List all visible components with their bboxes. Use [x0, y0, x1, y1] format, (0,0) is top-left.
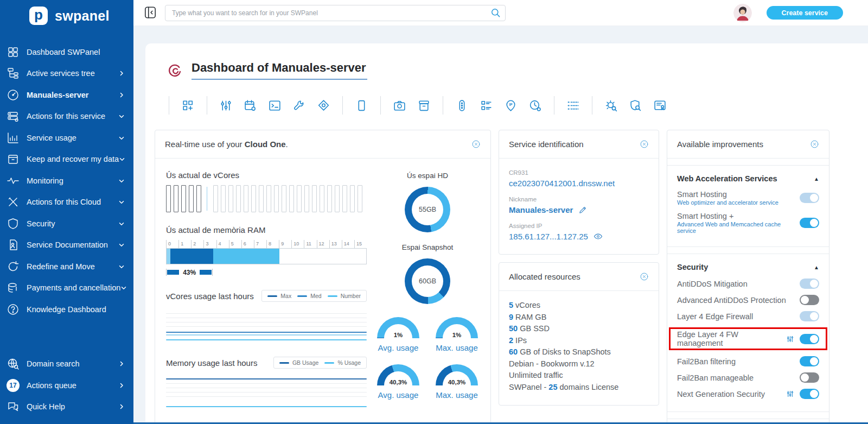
toolbar-bug-search-icon[interactable]: [604, 99, 618, 112]
toggle-layer-4-edge-firewall[interactable]: [800, 311, 819, 321]
server-icon: [455, 99, 469, 112]
search-input[interactable]: [165, 5, 506, 21]
toolbar-tag-gear-icon[interactable]: [317, 99, 330, 112]
question-icon: [7, 303, 20, 316]
toolbar-archive-icon[interactable]: [417, 99, 431, 112]
user-avatar[interactable]: [733, 4, 752, 22]
vcore-bar-used: [196, 185, 201, 212]
toggle-edge-layer-4-fw-management[interactable]: [800, 334, 819, 344]
sidebar-collapse-button[interactable]: [143, 5, 158, 20]
toolbar-grid-plus-icon[interactable]: [181, 99, 195, 112]
sliders-icon: [786, 335, 794, 343]
sidebar-item-dashboard-swpanel[interactable]: Dashboard SWPanel: [0, 41, 133, 63]
toolbar-list-icon[interactable]: [566, 99, 580, 112]
close-icon[interactable]: [471, 140, 481, 149]
sidebar-item-label: Actions for this Cloud: [27, 198, 118, 206]
refresh-icon: [7, 260, 20, 273]
sidebar-item-domain-search[interactable]: Domain search: [0, 353, 133, 375]
toolbar-license-icon[interactable]: [653, 99, 667, 112]
sidebar-item-manuales-server[interactable]: Manuales-server: [0, 84, 133, 106]
sidebar-item-payments-and-cancellation[interactable]: Payments and cancellation: [0, 277, 133, 299]
vcore-bar-free: [327, 185, 332, 212]
vcore-bar-free: [289, 185, 294, 212]
vcore-bar-free: [282, 185, 286, 212]
toolbar-sliders-icon[interactable]: [219, 99, 233, 112]
sidebar-item-label: Payments and cancellation: [27, 283, 120, 292]
vcore-bar-free: [236, 185, 241, 212]
field-value-cr931[interactable]: ce2023070412001.dnssw.net: [509, 179, 649, 188]
ram-ruler-tick: 14: [342, 240, 354, 248]
sidebar-item-knowledge-dashboard[interactable]: Knowledge Dashboard: [0, 299, 133, 320]
sidebar-item-quick-help[interactable]: Quick Help: [0, 396, 133, 418]
legend-item: Number: [328, 293, 361, 299]
toolbar-terminal-icon[interactable]: [268, 99, 282, 112]
field-value-nickname[interactable]: Manuales-server: [509, 205, 649, 214]
section-header-security[interactable]: Security▲: [677, 263, 819, 271]
toolbar-divider: [207, 96, 207, 115]
available-improvements-title: Available improvements: [677, 140, 763, 149]
chevron-down-icon: [118, 178, 125, 184]
toggle-antiddos-mitigation[interactable]: [800, 279, 819, 289]
close-icon[interactable]: [640, 140, 649, 149]
chevron-right-icon: [118, 382, 125, 389]
create-service-button[interactable]: Create service: [767, 6, 843, 20]
sidebar-item-label: Service Documentation: [27, 241, 118, 249]
panels-row: Real-time use of your Cloud One. Ús actu…: [155, 130, 828, 424]
sidebar-item-service-usage[interactable]: Service usage: [0, 127, 133, 149]
sidebar-item-active-services-tree[interactable]: Active services tree: [0, 63, 133, 85]
sidebar-item-monitoring[interactable]: Monitoring: [0, 170, 133, 192]
toolbar-ip-pin-icon[interactable]: IP: [504, 99, 518, 112]
pulse-icon: [7, 174, 20, 187]
field-value-assigned-ip[interactable]: 185.61.127...1.127.25: [509, 232, 649, 241]
toggle-smart-hosting[interactable]: [800, 193, 819, 203]
close-icon[interactable]: [810, 140, 819, 149]
sidebar-item-redefine-and-move[interactable]: Redefine and Move: [0, 256, 133, 277]
search-button[interactable]: [490, 8, 501, 20]
toolbar-divider: [554, 96, 554, 115]
legend-swatch: [279, 362, 289, 364]
toggle-fail2ban-manageable[interactable]: [800, 372, 819, 383]
close-icon[interactable]: [640, 272, 649, 281]
vcore-bar-used: [189, 185, 194, 212]
sidebar-item-label: Keep and recover my data: [27, 155, 119, 163]
toggle-smart-hosting[interactable]: [800, 218, 819, 228]
resource-row: 2 IPs: [509, 335, 649, 347]
collapse-arrow-icon: ▲: [814, 264, 819, 270]
improvements-section-web-acceleration-services: Web Acceleration Services▲Smart HostingW…: [667, 165, 829, 247]
sidebar-item-service-documentation[interactable]: Service Documentation: [0, 235, 133, 256]
eye-icon[interactable]: [593, 232, 603, 241]
sidebar-item-label: Dashboard SWPanel: [27, 48, 125, 56]
section-header-web-acceleration-services[interactable]: Web Acceleration Services▲: [677, 174, 819, 183]
configure-sliders-icon[interactable]: [786, 390, 794, 398]
terminal-icon: [268, 99, 282, 112]
ram-ruler-tick: 8: [266, 240, 279, 248]
toggle-next-generation-security[interactable]: [800, 389, 819, 399]
toggle-fail2ban-filtering[interactable]: [800, 356, 819, 366]
improvement-label: Next Generation Security: [677, 390, 786, 398]
configure-sliders-icon[interactable]: [786, 335, 794, 343]
chevron-right-icon: [118, 403, 125, 410]
vcore-bar-free: [266, 185, 271, 212]
sidebar-item-actions-for-this-service[interactable]: Actions for this service: [0, 106, 133, 128]
sidebar-item-actions-queue[interactable]: 17Actions queue: [0, 375, 133, 396]
improvement-label: AntiDDoS Mitigation: [677, 280, 800, 288]
ram-ruler-tick: 7: [254, 240, 266, 248]
toolbar-clock-gear-icon[interactable]: [528, 99, 542, 112]
sidebar-item-actions-for-this-cloud[interactable]: Actions for this Cloud: [0, 192, 133, 213]
toolbar-camera-icon[interactable]: [393, 99, 406, 112]
camera-icon: [393, 99, 406, 112]
toolbar-checklist-icon[interactable]: [480, 99, 493, 112]
toolbar-wrench-icon[interactable]: [292, 99, 306, 112]
donut-s-espai-hd: Ús espai HD55GB: [405, 172, 450, 232]
donut-label: Espai Snapshot: [402, 243, 454, 251]
sidebar-item-keep-and-recover-my-data[interactable]: Keep and recover my data: [0, 149, 133, 170]
sidebar-item-security[interactable]: Security: [0, 213, 133, 235]
toolbar-mobile-icon[interactable]: [355, 99, 368, 112]
toolbar-server-icon[interactable]: [455, 99, 469, 112]
toolbar-calendar-gear-icon[interactable]: [244, 99, 257, 112]
brand-logo[interactable]: p swpanel: [0, 0, 133, 28]
toggle-advanced-antiddos-protection[interactable]: [800, 295, 819, 305]
toolbar-shield-search-icon[interactable]: [629, 99, 642, 112]
pencil-icon[interactable]: [578, 205, 588, 214]
chevron-down-icon: [120, 284, 127, 291]
